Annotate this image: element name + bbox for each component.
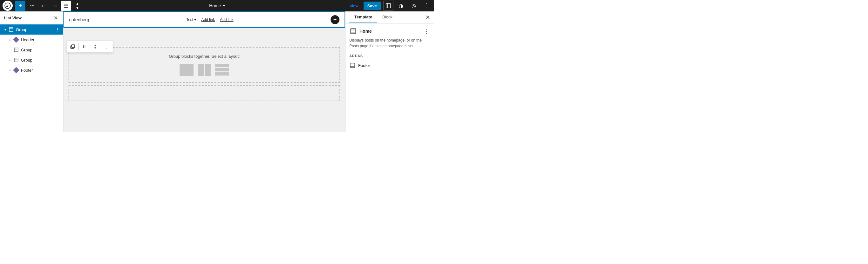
settings-circle-button[interactable]: ◎: [409, 1, 419, 11]
svg-rect-11: [72, 45, 74, 48]
tab-block[interactable]: Block: [377, 11, 398, 23]
group-root-icon: [8, 27, 14, 32]
footer-icon: [13, 67, 19, 73]
footer-label: Footer: [21, 68, 54, 73]
nav-link-add-2[interactable]: Add link: [220, 18, 234, 22]
group-root-label: Group: [16, 27, 54, 32]
more-options-block-button[interactable]: ⋮: [102, 41, 112, 52]
main-layout: List View ✕ ▾ Group ⋮ ▸ Header ⋮: [0, 11, 434, 132]
template-more-button[interactable]: ⋮: [423, 27, 430, 35]
header-icon: [13, 37, 19, 42]
svg-rect-8: [14, 58, 18, 62]
tree-item-footer[interactable]: ▸ Footer ⋮: [0, 65, 63, 75]
tabs: Template Block: [349, 11, 398, 23]
row-2: [215, 68, 229, 71]
group-2-label: Group: [21, 58, 54, 62]
areas-label: AREAS: [349, 54, 430, 58]
template-title-row: Home ⋮: [349, 27, 430, 35]
wp-logo[interactable]: W: [3, 1, 13, 11]
svg-rect-4: [9, 28, 13, 31]
move-updown-button[interactable]: ▲ ▼: [90, 41, 100, 52]
list-view-close-button[interactable]: ✕: [52, 14, 59, 22]
group-1-label: Group: [21, 48, 54, 52]
chevron-right-icon-2: [8, 47, 13, 52]
page-title-area: Home ▾: [209, 3, 225, 8]
svg-point-12: [84, 46, 84, 46]
view-button[interactable]: View: [347, 2, 361, 9]
chevron-right-icon: ▸: [8, 37, 13, 42]
toolbar-right: View Save ◑ ◎ ⋮: [347, 1, 431, 11]
list-view-panel: List View ✕ ▾ Group ⋮ ▸ Header ⋮: [0, 11, 63, 132]
drag-button[interactable]: [79, 41, 90, 52]
nav-add-button[interactable]: +: [331, 15, 339, 24]
block-toolbar: ▲ ▼ ⋮: [67, 40, 113, 53]
undo-button[interactable]: ↩: [38, 1, 48, 11]
svg-rect-6: [14, 48, 18, 52]
group-2-icon: [13, 57, 19, 63]
top-toolbar: W + ✏ ↩ ↪ ☰ ▲ ▼ Home ▾ View Save ◑ ◎ ⋮: [0, 0, 434, 11]
group-layout-text: Group blocks together. Select a layout:: [169, 54, 240, 59]
edit-button[interactable]: ✏: [27, 1, 37, 11]
row-1: [215, 64, 229, 67]
nav-bar: gutenberg Test ▾ Add link Add link +: [63, 11, 345, 28]
template-content: Home ⋮ Displays posts on the homepage, o…: [345, 24, 434, 74]
col-right: [205, 64, 211, 76]
svg-point-14: [84, 46, 84, 47]
toolbar-divider-2: [101, 43, 101, 51]
right-panel-header: Template Block ✕: [345, 11, 434, 24]
tree-item-group-1[interactable]: Group ⋮: [0, 45, 63, 55]
panel-close-button[interactable]: ✕: [426, 14, 430, 21]
svg-rect-21: [350, 63, 355, 67]
layout-toggle-button[interactable]: [383, 1, 393, 11]
row-3: [215, 72, 229, 76]
editor-area[interactable]: gutenberg Test ▾ Add link Add link +: [63, 11, 345, 132]
group-root-more-icon[interactable]: ⋮: [54, 26, 61, 33]
save-button[interactable]: Save: [364, 2, 381, 10]
contrast-button[interactable]: ◑: [396, 1, 406, 11]
template-layout-icon: [349, 27, 357, 35]
page-title: Home: [209, 3, 221, 8]
tree-item-header[interactable]: ▸ Header ⋮: [0, 35, 63, 45]
reorder-button[interactable]: ▲ ▼: [72, 1, 83, 11]
add-block-button[interactable]: +: [15, 1, 25, 11]
duplicate-button[interactable]: [68, 41, 78, 52]
right-panel: Template Block ✕ Home ⋮: [345, 11, 434, 132]
tab-template[interactable]: Template: [349, 11, 377, 23]
svg-rect-2: [386, 3, 391, 8]
template-name: Home: [360, 29, 372, 34]
layout-rows-option[interactable]: [215, 64, 229, 76]
svg-point-13: [85, 46, 85, 46]
more-options-button[interactable]: ⋮: [421, 1, 431, 11]
svg-text:W: W: [6, 4, 8, 8]
chevron-right-icon-4: ▸: [8, 67, 13, 73]
footer-area-name: Footer: [358, 63, 370, 68]
group-1-icon: [13, 47, 19, 53]
template-name-row: Home: [349, 27, 372, 35]
svg-point-17: [85, 47, 85, 48]
redo-button[interactable]: ↪: [50, 1, 60, 11]
svg-rect-18: [350, 29, 355, 34]
list-view-button[interactable]: ☰: [61, 1, 71, 11]
chevron-right-icon-3: ▸: [8, 57, 13, 62]
header-label: Header: [21, 37, 54, 42]
svg-point-16: [84, 47, 84, 48]
area-item-footer: Footer: [349, 60, 430, 70]
nav-link-add-1[interactable]: Add link: [202, 18, 215, 22]
list-view-header: List View ✕: [0, 11, 63, 24]
layout-options: [180, 64, 229, 76]
footer-area-icon: [349, 62, 355, 68]
tree-item-group-root[interactable]: ▾ Group ⋮: [0, 24, 63, 35]
chevron-down-icon: ▾: [3, 27, 8, 32]
col-left: [198, 64, 204, 76]
nav-links: Test ▾ Add link Add link: [186, 18, 234, 22]
list-view-title: List View: [4, 16, 22, 20]
tree-item-group-2[interactable]: ▸ Group ⋮: [0, 55, 63, 65]
empty-dashed-block[interactable]: [68, 85, 340, 101]
template-description: Displays posts on the homepage, or on th…: [349, 37, 430, 49]
svg-point-15: [85, 46, 85, 47]
nav-link-test[interactable]: Test ▾: [186, 18, 196, 22]
layout-single-option[interactable]: [180, 64, 193, 76]
nav-brand: gutenberg: [69, 17, 89, 22]
layout-double-option[interactable]: [197, 64, 211, 76]
page-title-chevron[interactable]: ▾: [223, 3, 225, 8]
